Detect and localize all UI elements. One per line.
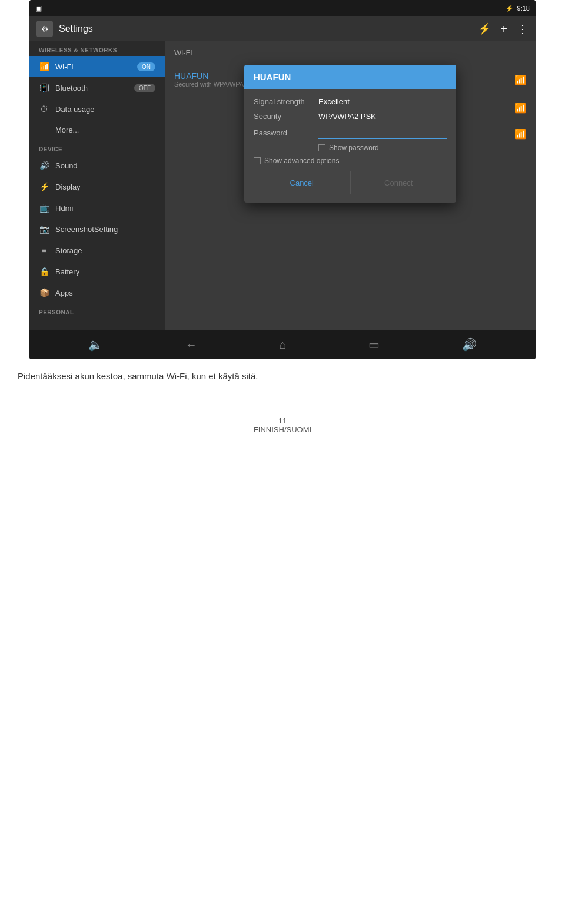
storage-icon: ≡ [39,246,49,255]
battery-icon: ⚡ [506,5,514,12]
apps-icon: 📦 [39,288,49,297]
sidebar-item-more-label: More... [55,125,79,134]
sidebar: WIRELESS & NETWORKS 📶 Wi-Fi ON 📳 Bluetoo… [29,41,165,330]
status-bar-left: ▣ [35,4,42,12]
dialog-show-password-row: Show password [254,144,447,152]
status-bar-right: ⚡ 9:18 [506,5,530,12]
sidebar-item-wifi-label: Wi-Fi [55,62,73,71]
sidebar-item-battery-label: Battery [55,267,79,276]
sidebar-item-display-label: Display [55,183,81,191]
sidebar-item-storage[interactable]: ≡ Storage [29,240,165,261]
dialog-signal-row: Signal strength Excellent [254,97,447,106]
vol-down-button[interactable]: 🔈 [77,334,115,355]
dialog-body: Signal strength Excellent Security WPA/W… [244,89,456,203]
sidebar-item-screenshot-label: ScreenshotSetting [55,225,118,234]
data-usage-icon: ⏱ [39,104,49,114]
bluetooth-toggle[interactable]: OFF [134,84,155,92]
android-icon: ▣ [35,4,42,12]
add-button[interactable]: + [500,22,507,36]
status-bar: ▣ ⚡ 9:18 [29,0,536,16]
charging-icon: ⚡ [478,22,491,35]
status-time: 9:18 [517,5,530,12]
show-password-checkbox[interactable] [318,144,325,151]
page-footer: 11 FINNISH/SUOMI [0,393,565,446]
show-advanced-checkbox[interactable] [254,157,261,164]
battery-sidebar-icon: 🔒 [39,267,49,276]
screenshot-icon: 📷 [39,224,49,234]
password-input[interactable] [318,127,447,139]
recent-button[interactable]: ▭ [357,334,391,355]
sidebar-item-bluetooth[interactable]: 📳 Bluetooth OFF [29,77,165,98]
dialog-security-label: Security [254,112,318,121]
main-content: WIRELESS & NETWORKS 📶 Wi-Fi ON 📳 Bluetoo… [29,41,536,330]
settings-app-icon: ⚙ [36,21,53,37]
dialog-overlay: HUAFUN Signal strength Excellent Securit… [165,41,536,330]
sound-icon: 🔊 [39,161,49,170]
page-number: 11 [0,416,565,425]
sidebar-item-more[interactable]: More... [29,120,165,140]
nav-bar: 🔈 ← ⌂ ▭ 🔊 [29,330,536,359]
show-advanced-label[interactable]: Show advanced options [264,157,339,165]
cancel-button[interactable]: Cancel [254,171,351,194]
sidebar-section-label-device: DEVICE [29,140,165,155]
sidebar-item-bluetooth-label: Bluetooth [55,84,88,92]
sidebar-section-wireless: WIRELESS & NETWORKS 📶 Wi-Fi ON 📳 Bluetoo… [29,41,165,140]
dialog-signal-value: Excellent [318,97,350,106]
sidebar-section-label-personal: PERSONAL [29,303,165,318]
wifi-panel: Wi-Fi HUAFUN Secured with WPA/WPA2 📶 📶 [165,41,536,330]
sidebar-item-apps-label: Apps [55,289,73,297]
sidebar-item-data-usage[interactable]: ⏱ Data usage [29,98,165,120]
back-button[interactable]: ← [174,335,209,355]
sidebar-item-sound-label: Sound [55,161,78,170]
page-title: Settings [59,24,93,34]
title-bar: ⚙ Settings ⚡ + ⋮ [29,16,536,41]
dialog-title: HUAFUN [244,65,456,89]
display-icon: ⚡ [39,182,49,191]
caption-text: Pidentääksesi akun kestoa, sammuta Wi-Fi… [18,371,258,381]
sidebar-item-data-usage-label: Data usage [55,105,95,114]
sidebar-section-label-wireless: WIRELESS & NETWORKS [29,41,165,56]
bluetooth-icon: 📳 [39,83,49,92]
dialog-advanced-row: Show advanced options [254,157,447,165]
dialog-security-value: WPA/WPA2 PSK [318,112,376,121]
sidebar-item-battery[interactable]: 🔒 Battery [29,261,165,282]
language-label: FINNISH/SUOMI [0,425,565,434]
sidebar-item-apps[interactable]: 📦 Apps [29,282,165,303]
hdmi-icon: 📺 [39,203,49,213]
sidebar-item-wifi[interactable]: 📶 Wi-Fi ON [29,56,165,77]
title-bar-actions: ⚡ + ⋮ [478,22,529,36]
show-password-label[interactable]: Show password [329,144,379,152]
wifi-toggle[interactable]: ON [137,62,155,71]
sidebar-item-screenshot[interactable]: 📷 ScreenshotSetting [29,218,165,240]
wifi-dialog: HUAFUN Signal strength Excellent Securit… [244,65,456,203]
vol-up-button[interactable]: 🔊 [450,334,488,355]
connect-button[interactable]: Connect [351,171,447,194]
sidebar-item-storage-label: Storage [55,246,82,255]
dialog-security-row: Security WPA/WPA2 PSK [254,112,447,121]
dialog-password-label: Password [254,128,318,137]
sidebar-item-hdmi-label: Hdmi [55,204,73,213]
wifi-icon: 📶 [39,62,49,71]
sidebar-item-sound[interactable]: 🔊 Sound [29,155,165,176]
sidebar-section-device: DEVICE 🔊 Sound ⚡ Display 📺 Hdmi 📷 Screen… [29,140,165,303]
sidebar-item-display[interactable]: ⚡ Display [29,176,165,197]
device-frame: ▣ ⚡ 9:18 ⚙ Settings ⚡ + ⋮ WIRELESS & NET… [29,0,536,359]
title-bar-left: ⚙ Settings [36,21,93,37]
dialog-actions: Cancel Connect [254,171,447,194]
caption-area: Pidentääksesi akun kestoa, sammuta Wi-Fi… [0,359,565,393]
menu-button[interactable]: ⋮ [517,22,529,36]
home-button[interactable]: ⌂ [267,335,298,355]
sidebar-section-personal: PERSONAL [29,303,165,318]
sidebar-item-hdmi[interactable]: 📺 Hdmi [29,197,165,218]
dialog-signal-label: Signal strength [254,97,318,106]
dialog-password-row: Password [254,127,447,139]
